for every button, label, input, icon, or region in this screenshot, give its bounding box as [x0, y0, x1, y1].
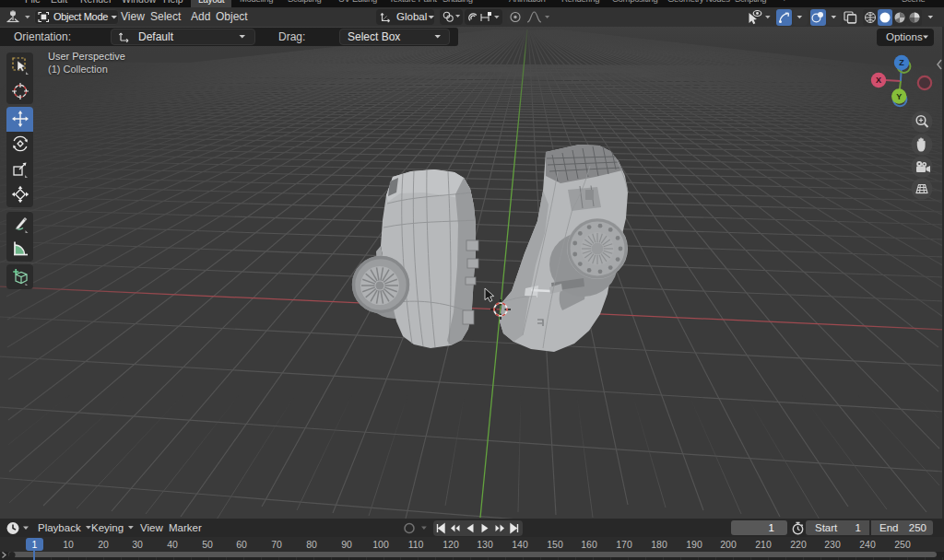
svg-text:Z: Z — [899, 58, 904, 67]
svg-text:Y: Y — [896, 92, 902, 101]
svg-text:X: X — [876, 76, 881, 85]
